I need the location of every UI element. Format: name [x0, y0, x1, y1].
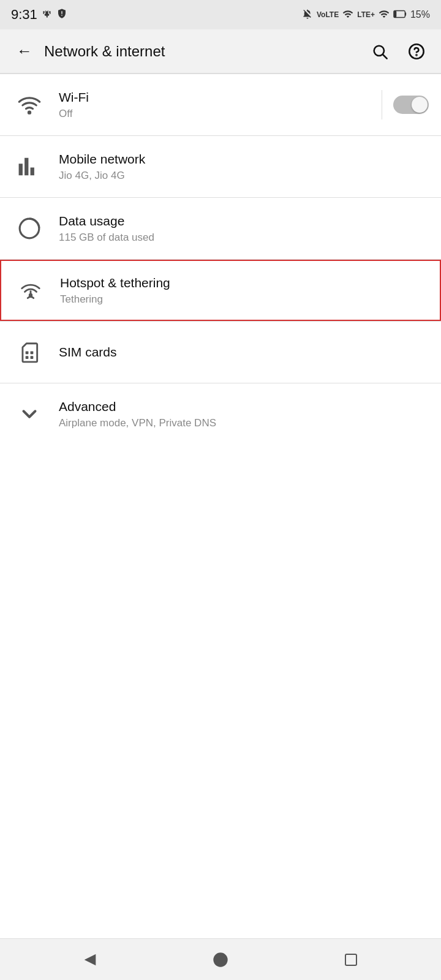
svg-rect-1 [394, 11, 396, 17]
advanced-icon-container [12, 397, 47, 431]
shield-icon [56, 8, 67, 21]
advanced-title: Advanced [59, 398, 429, 415]
back-nav-icon [81, 951, 99, 968]
app-bar-actions [365, 37, 431, 66]
svg-point-7 [28, 111, 30, 113]
signal-icon [342, 9, 353, 21]
home-nav-icon [212, 951, 229, 968]
back-arrow-icon: ← [17, 42, 32, 61]
chevron-down-icon [18, 402, 41, 426]
volte-icon: VoLTE [317, 10, 339, 19]
bell-off-icon [302, 9, 313, 21]
back-nav-button[interactable] [72, 941, 108, 978]
sim-cards-title: SIM cards [59, 344, 429, 360]
svg-rect-12 [26, 356, 29, 359]
svg-rect-16 [345, 954, 356, 965]
recent-nav-icon [344, 952, 358, 967]
status-icons [42, 8, 67, 21]
data-usage-subtitle: 115 GB of data used [59, 231, 429, 244]
hotspot-icon [19, 279, 42, 302]
toggle-knob [412, 97, 428, 113]
settings-item-data-usage[interactable]: Data usage 115 GB of data used [0, 198, 441, 259]
search-icon [371, 43, 388, 60]
mobile-network-icon-container [12, 149, 47, 184]
settings-item-sim-cards[interactable]: SIM cards [0, 322, 441, 383]
svg-point-15 [213, 952, 227, 967]
back-button[interactable]: ← [10, 37, 39, 66]
advanced-subtitle: Airplane mode, VPN, Private DNS [59, 417, 429, 430]
signal-icon [18, 155, 41, 178]
hotspot-subtitle: Tethering [60, 293, 428, 306]
data-usage-title: Data usage [59, 213, 429, 229]
sim-icon [18, 341, 41, 364]
svg-rect-13 [31, 356, 34, 359]
toggle-divider [382, 90, 382, 119]
help-icon [408, 43, 425, 60]
usb-icon [42, 8, 53, 21]
data-usage-icon-container [12, 211, 47, 246]
home-nav-button[interactable] [202, 941, 239, 978]
svg-rect-10 [26, 351, 29, 354]
battery-percent: 15% [410, 9, 430, 20]
svg-marker-14 [84, 954, 96, 965]
lte-plus-icon: LTE+ [357, 10, 375, 19]
hotspot-icon-container [13, 273, 48, 307]
mobile-network-text: Mobile network Jio 4G, Jio 4G [59, 151, 429, 183]
svg-rect-2 [405, 12, 406, 16]
settings-item-wifi[interactable]: Wi-Fi Off [0, 74, 441, 135]
status-time: 9:31 [11, 7, 37, 23]
hotspot-title: Hotspot & tethering [60, 274, 428, 291]
bottom-nav [0, 938, 441, 980]
recent-nav-button[interactable] [333, 941, 369, 978]
sim-icon-container [12, 335, 47, 369]
wifi-text: Wi-Fi Off [59, 89, 382, 121]
settings-item-advanced[interactable]: Advanced Airplane mode, VPN, Private DNS [0, 383, 441, 445]
data-usage-text: Data usage 115 GB of data used [59, 213, 429, 244]
data-usage-icon [18, 217, 41, 240]
wifi-subtitle: Off [59, 107, 382, 121]
settings-item-hotspot[interactable]: Hotspot & tethering Tethering [0, 260, 441, 321]
status-bar: 9:31 VoLTE [0, 0, 441, 29]
help-button[interactable] [402, 37, 431, 66]
mobile-network-title: Mobile network [59, 151, 429, 167]
advanced-text: Advanced Airplane mode, VPN, Private DNS [59, 398, 429, 430]
hotspot-text: Hotspot & tethering Tethering [60, 274, 428, 306]
page-title: Network & internet [44, 43, 365, 60]
mobile-network-subtitle: Jio 4G, Jio 4G [59, 169, 429, 183]
app-bar: ← Network & internet [0, 29, 441, 74]
wifi-toggle[interactable] [393, 96, 429, 114]
sim-cards-text: SIM cards [59, 344, 429, 360]
wifi-icon [18, 93, 41, 116]
wifi-title: Wi-Fi [59, 89, 382, 105]
svg-line-4 [383, 55, 386, 58]
battery-icon [393, 9, 407, 21]
wifi-icon-container [12, 88, 47, 122]
status-left: 9:31 [11, 7, 67, 23]
signal2-icon [379, 9, 390, 21]
svg-rect-11 [31, 351, 34, 354]
search-button[interactable] [365, 37, 394, 66]
settings-item-mobile-network[interactable]: Mobile network Jio 4G, Jio 4G [0, 136, 441, 197]
status-right: VoLTE LTE+ 15% [302, 9, 430, 21]
wifi-toggle-container [382, 90, 429, 119]
settings-list: Wi-Fi Off Mobile network Jio 4G, Jio 4G [0, 74, 441, 938]
svg-point-6 [416, 55, 417, 55]
